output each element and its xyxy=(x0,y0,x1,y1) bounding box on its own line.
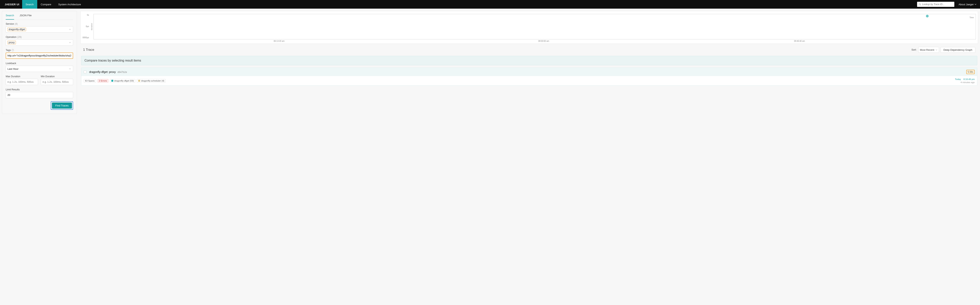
operation-chip: proxy xyxy=(8,41,16,44)
trace-card[interactable]: dragonfly-dfget: proxy d647b2e 5.58s 63 … xyxy=(81,68,977,86)
y-axis-label: Duration xyxy=(90,23,94,30)
help-icon[interactable]: ? xyxy=(11,49,14,51)
max-duration-input[interactable] xyxy=(6,79,38,85)
chevron-down-icon xyxy=(69,28,71,31)
svg-line-1 xyxy=(920,5,921,5)
limit-results-label: Limit Results xyxy=(6,88,73,91)
results-header: 1 Trace Sort: Most Recent Deep Dependenc… xyxy=(80,44,978,56)
swatch-icon xyxy=(111,80,113,82)
chevron-down-icon xyxy=(975,3,977,5)
limit-results-input[interactable] xyxy=(6,92,73,98)
operation-label: Operation (29) xyxy=(6,36,73,38)
find-traces-button[interactable]: Find Traces xyxy=(52,103,72,109)
content-column: 5s 0µs 0000µs Duration Time 06:13:20 am … xyxy=(80,11,978,114)
service-pill-b: dragonfly-scheduler (4) xyxy=(137,79,165,83)
deep-dependency-graph-button[interactable]: Deep Dependency Graph xyxy=(940,47,975,53)
nav-system-architecture[interactable]: System Architecture xyxy=(55,0,84,9)
x-axis-label: Time xyxy=(969,16,974,19)
search-icon xyxy=(919,3,921,5)
scatter-point[interactable] xyxy=(926,15,929,17)
top-nav: JAEGER UI Search Compare System Architec… xyxy=(0,0,980,9)
trace-title: dragonfly-dfget: proxy d647b2e xyxy=(89,70,127,73)
swatch-icon xyxy=(138,80,140,82)
operation-select[interactable]: proxy xyxy=(6,40,73,46)
tags-label: Tags ? xyxy=(6,49,73,52)
trace-lookup-input[interactable] xyxy=(922,3,953,6)
max-duration-label: Max Duration xyxy=(6,75,38,78)
trace-checkbox[interactable] xyxy=(84,71,86,73)
plot-area[interactable]: Time xyxy=(94,14,976,40)
nav-compare[interactable]: Compare xyxy=(37,0,55,9)
brand-logo: JAEGER UI xyxy=(2,3,22,6)
compare-banner: Compare traces by selecting result items xyxy=(81,56,977,65)
span-count-pill: 63 Spans xyxy=(84,79,96,83)
sort-select[interactable]: Most Recent xyxy=(918,47,939,53)
side-tabs: Search JSON File xyxy=(6,11,73,20)
service-pill-a: dragonfly-dfget (59) xyxy=(110,79,135,83)
search-panel: Search JSON File Service (4) dragonfly-d… xyxy=(2,11,77,114)
trace-lookup-wrapper[interactable] xyxy=(917,2,955,7)
x-axis-ticks: 06:13:20 am 08:00:00 am 09:46:40 am xyxy=(94,40,976,43)
scatter-chart: 5s 0µs 0000µs Duration Time 06:13:20 am … xyxy=(80,11,978,44)
y-axis-ticks: 5s 0µs 0000µs xyxy=(83,14,90,39)
service-label: Service (4) xyxy=(6,22,73,25)
min-duration-input[interactable] xyxy=(41,79,73,85)
trace-duration-badge: 5.58s xyxy=(966,70,975,74)
trace-time-info: Today 8:16:49 pm 4 minutes ago xyxy=(955,78,975,84)
trace-count: 1 Trace xyxy=(83,48,94,52)
chevron-down-icon xyxy=(69,41,71,44)
chevron-down-icon xyxy=(69,67,71,70)
service-chip: dragonfly-dfget xyxy=(8,28,26,31)
sort-label: Sort: xyxy=(912,48,916,51)
tab-search[interactable]: Search xyxy=(6,11,14,20)
service-select[interactable]: dragonfly-dfget xyxy=(6,26,73,33)
nav-search[interactable]: Search xyxy=(22,0,37,9)
about-jaeger[interactable]: About Jaeger xyxy=(959,3,978,6)
min-duration-label: Min Duration xyxy=(41,75,73,78)
tab-json-file[interactable]: JSON File xyxy=(20,11,32,20)
svg-point-0 xyxy=(919,3,920,5)
lookback-label: Lookback xyxy=(6,62,73,65)
error-count-pill: 2 Errors xyxy=(98,79,108,83)
tags-input[interactable] xyxy=(6,52,73,59)
lookback-select[interactable]: Last Hour xyxy=(6,66,73,72)
chevron-down-icon xyxy=(935,49,937,51)
